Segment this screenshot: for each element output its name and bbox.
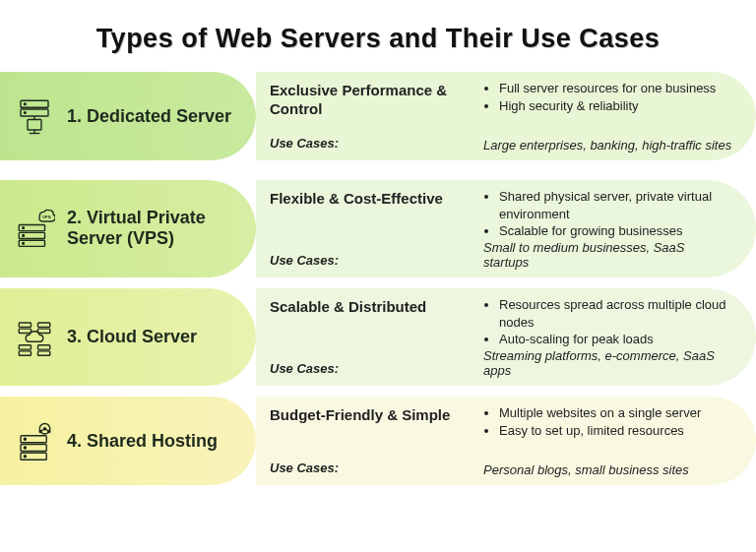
pill-label: 2. Virtual Private Server (VPS) xyxy=(67,208,234,249)
use-cases-label: Use Cases: xyxy=(270,460,481,475)
use-cases-text: Streaming platforms, e-commerce, SaaS ap… xyxy=(481,348,732,378)
row-right: Resources spread across multiple cloud n… xyxy=(481,294,732,380)
use-cases-text: Large enterprises, banking, high-traffic… xyxy=(481,138,732,153)
bullet-item: Shared physical server, private virtual … xyxy=(499,188,732,222)
server-type-row: VPS 2. Virtual Private Server (VPS) Flex… xyxy=(0,180,756,269)
dedicated-server-icon xyxy=(14,95,55,137)
row-heading: Exclusive Performance & Control xyxy=(270,82,481,119)
rows-list: 1. Dedicated Server Exclusive Performanc… xyxy=(0,72,756,485)
row-body: Scalable & Distributed Use Cases: Resour… xyxy=(256,288,756,386)
pill-label: 1. Dedicated Server xyxy=(67,106,231,127)
svg-point-7 xyxy=(25,112,27,114)
bullet-item: Easy to set up, limited resources xyxy=(499,422,732,440)
svg-rect-15 xyxy=(19,323,31,327)
bullet-item: Multiple websites on a single server xyxy=(499,404,732,422)
row-pill: 4. Shared Hosting xyxy=(0,397,256,485)
row-pill: 3. Cloud Server xyxy=(0,288,256,386)
row-heading: Flexible & Cost-Effective xyxy=(270,190,481,209)
bullet-item: Full server resources for one business xyxy=(499,80,732,97)
bullet-item: High security & reliability xyxy=(499,97,732,115)
shared-hosting-icon xyxy=(14,420,55,461)
row-body: Flexible & Cost-Effective Use Cases: Sha… xyxy=(256,180,756,277)
svg-rect-21 xyxy=(38,345,50,349)
vps-icon: VPS xyxy=(14,208,55,249)
svg-rect-20 xyxy=(19,351,31,355)
row-mid: Budget-Friendly & Simple Use Cases: xyxy=(270,402,481,479)
use-cases-text: Personal blogs, small business sites xyxy=(481,462,732,477)
svg-rect-18 xyxy=(38,329,50,333)
row-mid: Exclusive Performance & Control Use Case… xyxy=(270,78,481,154)
row-right: Full server resources for one business H… xyxy=(481,78,732,154)
bullet-item: Scalable for growing businesses xyxy=(499,222,732,240)
server-type-row: 4. Shared Hosting Budget-Friendly & Simp… xyxy=(0,397,756,485)
svg-text:VPS: VPS xyxy=(42,215,51,219)
row-body: Exclusive Performance & Control Use Case… xyxy=(256,72,756,160)
use-cases-label: Use Cases: xyxy=(270,136,481,151)
svg-point-13 xyxy=(23,243,25,245)
server-type-row: 3. Cloud Server Scalable & Distributed U… xyxy=(0,288,756,377)
svg-rect-2 xyxy=(28,120,41,131)
use-cases-label: Use Cases: xyxy=(270,361,481,376)
svg-point-27 xyxy=(24,447,26,449)
row-heading: Scalable & Distributed xyxy=(270,298,481,317)
cloud-server-icon xyxy=(14,316,55,357)
server-type-row: 1. Dedicated Server Exclusive Performanc… xyxy=(0,72,756,160)
row-right: Shared physical server, private virtual … xyxy=(481,186,732,272)
row-mid: Scalable & Distributed Use Cases: xyxy=(270,294,481,380)
bullet-list: Full server resources for one business H… xyxy=(481,80,732,114)
row-pill: VPS 2. Virtual Private Server (VPS) xyxy=(0,180,256,277)
svg-point-11 xyxy=(23,227,25,229)
bullet-item: Auto-scaling for peak loads xyxy=(499,331,732,348)
row-pill: 1. Dedicated Server xyxy=(0,72,256,160)
row-mid: Flexible & Cost-Effective Use Cases: xyxy=(270,186,481,272)
bullet-list: Resources spread across multiple cloud n… xyxy=(481,296,732,348)
row-heading: Budget-Friendly & Simple xyxy=(270,406,481,425)
pill-label: 3. Cloud Server xyxy=(67,327,197,347)
row-right: Multiple websites on a single server Eas… xyxy=(481,402,732,479)
bullet-item: Resources spread across multiple cloud n… xyxy=(499,296,732,331)
svg-point-12 xyxy=(23,235,25,237)
svg-point-26 xyxy=(24,438,26,440)
page-title: Types of Web Servers and Their Use Cases xyxy=(0,0,756,72)
use-cases-text: Small to medium businesses, SaaS startup… xyxy=(481,240,732,270)
svg-rect-16 xyxy=(19,329,31,333)
svg-rect-22 xyxy=(38,351,50,355)
bullet-list: Shared physical server, private virtual … xyxy=(481,188,732,240)
bullet-list: Multiple websites on a single server Eas… xyxy=(481,404,732,439)
infographic-container: Types of Web Servers and Their Use Cases xyxy=(0,0,756,485)
svg-point-6 xyxy=(25,103,27,105)
use-cases-label: Use Cases: xyxy=(270,253,481,268)
svg-rect-17 xyxy=(38,323,50,327)
pill-label: 4. Shared Hosting xyxy=(67,431,218,452)
svg-point-28 xyxy=(24,456,26,458)
svg-rect-19 xyxy=(19,345,31,349)
row-body: Budget-Friendly & Simple Use Cases: Mult… xyxy=(256,397,756,485)
